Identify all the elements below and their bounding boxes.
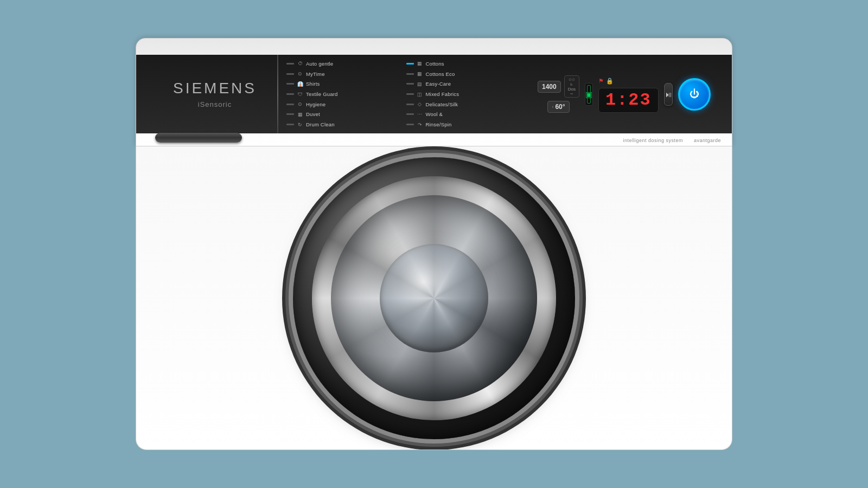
- idos-badge[interactable]: ⊙⊙ i-Dos ••: [564, 75, 579, 98]
- door-outer-ring[interactable]: [293, 157, 575, 439]
- temp-row: ‹ 60°: [547, 101, 569, 113]
- time-digits: 1:23: [605, 90, 652, 110]
- info-strip: intelligent dosing system avantgarde: [623, 138, 721, 143]
- programs-panel: ⏱ Auto gentle ⊙ MyTime 👔 Shirts: [278, 55, 531, 133]
- playpause-button[interactable]: ⏯: [664, 83, 673, 106]
- power-button[interactable]: ⏻: [678, 78, 711, 111]
- power-icon: ⏻: [690, 88, 699, 100]
- program-mytime[interactable]: ⊙ MyTime: [286, 69, 404, 79]
- door-inner-drum: [331, 195, 537, 401]
- prog-indicator-mixed: [406, 93, 414, 95]
- prog-label-textile: Textile Guard: [306, 91, 338, 97]
- door-center: [380, 244, 488, 352]
- spin-speed-value: 1400: [542, 83, 557, 91]
- time-display: 1:23: [598, 88, 659, 113]
- brand-area: SIEMENS iSensoric: [152, 55, 277, 133]
- prog-icon-duvet: ▦: [296, 112, 304, 117]
- prog-indicator-shirts: [286, 83, 294, 85]
- prog-icon-drum: ↻: [296, 122, 304, 127]
- idos-text: i-Dos: [568, 82, 576, 92]
- model-label: avantgarde: [694, 138, 721, 143]
- prog-icon-auto-gentle: ⏱: [296, 61, 304, 66]
- prog-label-mixed: Mixed Fabrics: [426, 91, 459, 97]
- control-panel: SIEMENS iSensoric ⏱ Auto gentle ⊙: [136, 38, 732, 146]
- prog-icon-textile: 🛡: [296, 92, 304, 97]
- washing-machine: SIEMENS iSensoric ⏱ Auto gentle ⊙: [130, 38, 738, 450]
- prog-icon-cottons: ▦: [416, 61, 424, 66]
- program-hygiene[interactable]: ⊙ Hygiene: [286, 100, 404, 109]
- prog-label-rinse: Rinse/Spin: [426, 121, 452, 127]
- prog-icon-wool: ⋯: [416, 112, 424, 117]
- playpause-icon: ⏯: [665, 90, 672, 99]
- prog-label-cottons: Cottons: [426, 61, 444, 67]
- program-cottons[interactable]: ▦ Cottons: [406, 59, 524, 68]
- prog-indicator-cottons-eco: [406, 73, 414, 75]
- handle-area: [136, 130, 261, 146]
- prog-indicator-delicates: [406, 104, 414, 105]
- idos-dots: ••: [568, 92, 576, 95]
- prog-label-duvet: Duvet: [306, 111, 320, 117]
- program-auto-gentle[interactable]: ⏱ Auto gentle: [286, 59, 404, 68]
- prog-indicator-easy: [406, 83, 414, 85]
- prog-indicator-drum: [286, 124, 294, 125]
- prog-label-shirts: Shirts: [306, 81, 320, 87]
- temp-speed-row: 1400 ⊙⊙ i-Dos ••: [538, 75, 579, 98]
- prog-label-auto-gentle: Auto gentle: [306, 61, 333, 67]
- program-shirts[interactable]: 👔 Shirts: [286, 79, 404, 88]
- program-drum-clean[interactable]: ↻ Drum Clean: [286, 120, 404, 129]
- alert-icon-1: ⚑: [598, 78, 604, 85]
- temp-spin-area: 1400 ⊙⊙ i-Dos •• ‹ 60°: [538, 75, 579, 113]
- dosing-system-label: intelligent dosing system: [623, 138, 683, 143]
- prog-indicator-mytime: [286, 73, 294, 75]
- program-rinse-spin[interactable]: ↷ Rinse/Spin: [406, 120, 524, 129]
- prog-icon-cottons-eco: ▦: [416, 71, 424, 76]
- spin-speed-badge[interactable]: 1400: [538, 81, 561, 93]
- prog-icon-hygiene: ⊙: [296, 101, 304, 107]
- prog-label-wool: Wool &: [426, 111, 443, 117]
- prog-icon-rinse: ↷: [416, 122, 424, 127]
- prog-indicator-duvet: [286, 113, 294, 115]
- alert-icons-row: ⚑ 🔒: [598, 78, 614, 85]
- prog-indicator-cottons: [406, 63, 414, 65]
- program-easy-care[interactable]: ▤ Easy-Care: [406, 79, 524, 88]
- prog-indicator-hygiene: [286, 104, 294, 105]
- prog-label-cottons-eco: Cottons Eco: [426, 71, 455, 77]
- right-controls-area: 1400 ⊙⊙ i-Dos •• ‹ 60°: [531, 55, 716, 133]
- prog-icon-easy: ▤: [416, 81, 424, 87]
- program-textile-guard[interactable]: 🛡 Textile Guard: [286, 89, 404, 99]
- program-mixed-fabrics[interactable]: ◫ Mixed Fabrics: [406, 89, 524, 99]
- door-handle[interactable]: [155, 133, 242, 143]
- brand-subtitle: iSensoric: [198, 100, 232, 108]
- program-wool[interactable]: ⋯ Wool &: [406, 110, 524, 119]
- alert-icon-2: 🔒: [606, 78, 614, 85]
- prog-icon-shirts: 👔: [296, 81, 304, 87]
- prog-icon-mixed: ◫: [416, 92, 424, 97]
- prog-label-delicates: Delicates/Silk: [426, 101, 458, 107]
- prog-indicator-rinse: [406, 124, 414, 125]
- control-strip: SIEMENS iSensoric ⏱ Auto gentle ⊙: [136, 55, 732, 133]
- programs-column-left: ⏱ Auto gentle ⊙ MyTime 👔 Shirts: [286, 59, 404, 129]
- status-display: ▣: [585, 83, 593, 106]
- program-delicates[interactable]: ◇ Delicates/Silk: [406, 100, 524, 109]
- prog-icon-delicates: ◇: [416, 101, 424, 107]
- machine-body: [136, 146, 732, 450]
- temperature-value: 60°: [555, 103, 565, 111]
- prog-indicator-textile: [286, 93, 294, 95]
- door-chrome-ring: [312, 176, 556, 420]
- status-icon: ▣: [585, 90, 592, 99]
- program-duvet[interactable]: ▦ Duvet: [286, 110, 404, 119]
- prog-icon-mytime: ⊙: [296, 71, 304, 76]
- prog-label-mytime: MyTime: [306, 71, 325, 77]
- temperature-badge[interactable]: ‹ 60°: [547, 101, 569, 113]
- temp-icon: ‹: [552, 104, 553, 110]
- prog-label-hygiene: Hygiene: [306, 101, 326, 107]
- programs-column-right: ▦ Cottons ▦ Cottons Eco ▤ Easy-Care: [406, 59, 524, 129]
- prog-indicator-wool: [406, 113, 414, 115]
- time-alert-col: ⚑ 🔒 1:23: [598, 75, 659, 113]
- brand-name: SIEMENS: [173, 80, 257, 97]
- program-cottons-eco[interactable]: ▦ Cottons Eco: [406, 69, 524, 79]
- prog-label-drum: Drum Clean: [306, 121, 335, 127]
- prog-label-easy: Easy-Care: [426, 81, 451, 87]
- prog-indicator: [286, 63, 294, 65]
- idos-label: ⊙⊙: [568, 78, 576, 82]
